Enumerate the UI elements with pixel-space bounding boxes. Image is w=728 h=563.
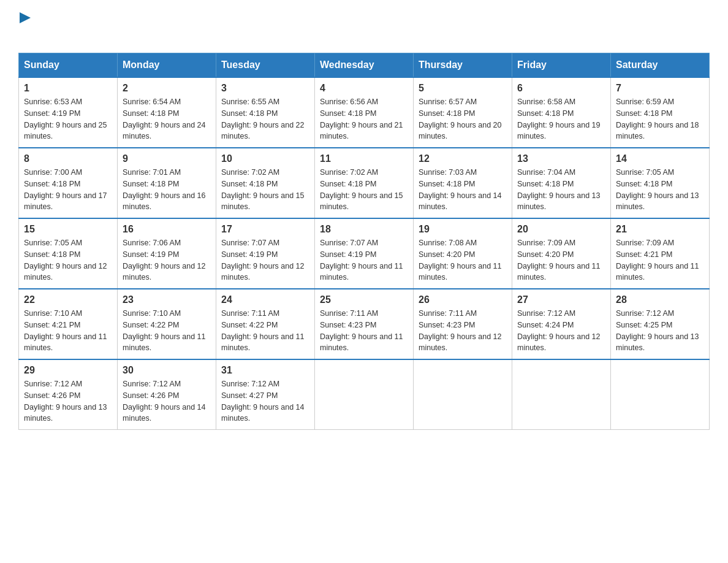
daylight-label: Daylight: 9 hours and 21 minutes. bbox=[320, 121, 403, 141]
day-info: Sunrise: 7:00 AM Sunset: 4:18 PM Dayligh… bbox=[24, 167, 112, 213]
calendar-cell: 18 Sunrise: 7:07 AM Sunset: 4:19 PM Dayl… bbox=[315, 218, 414, 289]
sunrise-label: Sunrise: 6:57 AM bbox=[419, 98, 477, 106]
weekday-header-sunday: Sunday bbox=[19, 53, 118, 78]
calendar-cell: 28 Sunrise: 7:12 AM Sunset: 4:25 PM Dayl… bbox=[611, 289, 710, 359]
sunset-label: Sunset: 4:19 PM bbox=[221, 250, 278, 259]
day-number: 18 bbox=[320, 224, 408, 235]
sunset-label: Sunset: 4:26 PM bbox=[24, 391, 80, 400]
logo bbox=[18, 12, 31, 40]
calendar-cell bbox=[611, 359, 710, 430]
daylight-label: Daylight: 9 hours and 20 minutes. bbox=[419, 121, 502, 141]
calendar-cell: 29 Sunrise: 7:12 AM Sunset: 4:26 PM Dayl… bbox=[19, 359, 118, 430]
day-info: Sunrise: 7:07 AM Sunset: 4:19 PM Dayligh… bbox=[320, 237, 408, 283]
day-info: Sunrise: 7:08 AM Sunset: 4:20 PM Dayligh… bbox=[419, 237, 507, 283]
sunset-label: Sunset: 4:19 PM bbox=[123, 250, 179, 259]
day-info: Sunrise: 7:10 AM Sunset: 4:22 PM Dayligh… bbox=[123, 308, 211, 354]
sunset-label: Sunset: 4:18 PM bbox=[24, 180, 80, 188]
page-header bbox=[18, 12, 710, 40]
day-info: Sunrise: 6:59 AM Sunset: 4:18 PM Dayligh… bbox=[616, 96, 704, 142]
daylight-label: Daylight: 9 hours and 13 minutes. bbox=[517, 191, 601, 212]
day-info: Sunrise: 7:11 AM Sunset: 4:22 PM Dayligh… bbox=[221, 308, 309, 354]
day-number: 28 bbox=[616, 294, 704, 305]
daylight-label: Daylight: 9 hours and 11 minutes. bbox=[24, 332, 107, 353]
daylight-label: Daylight: 9 hours and 11 minutes. bbox=[320, 332, 403, 353]
day-info: Sunrise: 7:12 AM Sunset: 4:26 PM Dayligh… bbox=[123, 378, 211, 424]
weekday-header-friday: Friday bbox=[512, 53, 611, 78]
sunset-label: Sunset: 4:18 PM bbox=[419, 180, 475, 188]
daylight-label: Daylight: 9 hours and 12 minutes. bbox=[517, 332, 601, 353]
sunset-label: Sunset: 4:18 PM bbox=[517, 109, 574, 118]
day-info: Sunrise: 7:11 AM Sunset: 4:23 PM Dayligh… bbox=[320, 308, 408, 354]
calendar-week-row: 1 Sunrise: 6:53 AM Sunset: 4:19 PM Dayli… bbox=[19, 77, 710, 148]
calendar-cell: 27 Sunrise: 7:12 AM Sunset: 4:24 PM Dayl… bbox=[512, 289, 611, 359]
daylight-label: Daylight: 9 hours and 14 minutes. bbox=[123, 403, 206, 423]
sunrise-label: Sunrise: 7:06 AM bbox=[123, 239, 181, 247]
day-info: Sunrise: 7:01 AM Sunset: 4:18 PM Dayligh… bbox=[123, 167, 211, 213]
daylight-label: Daylight: 9 hours and 11 minutes. bbox=[616, 262, 699, 282]
daylight-label: Daylight: 9 hours and 11 minutes. bbox=[517, 262, 601, 282]
daylight-label: Daylight: 9 hours and 13 minutes. bbox=[616, 332, 699, 353]
weekday-header-tuesday: Tuesday bbox=[216, 53, 315, 78]
day-number: 22 bbox=[24, 294, 112, 305]
sunset-label: Sunset: 4:18 PM bbox=[24, 250, 80, 259]
calendar-cell: 22 Sunrise: 7:10 AM Sunset: 4:21 PM Dayl… bbox=[19, 289, 118, 359]
sunset-label: Sunset: 4:18 PM bbox=[616, 180, 672, 188]
sunset-label: Sunset: 4:18 PM bbox=[123, 109, 179, 118]
sunset-label: Sunset: 4:18 PM bbox=[123, 180, 179, 188]
sunrise-label: Sunrise: 7:08 AM bbox=[419, 239, 477, 247]
calendar-table: SundayMondayTuesdayWednesdayThursdayFrid… bbox=[18, 53, 710, 430]
sunset-label: Sunset: 4:19 PM bbox=[24, 109, 80, 118]
day-number: 12 bbox=[419, 153, 507, 164]
daylight-label: Daylight: 9 hours and 18 minutes. bbox=[616, 121, 699, 141]
day-number: 3 bbox=[221, 83, 309, 94]
sunrise-label: Sunrise: 7:12 AM bbox=[616, 309, 674, 318]
sunset-label: Sunset: 4:18 PM bbox=[419, 109, 475, 118]
day-number: 11 bbox=[320, 153, 408, 164]
day-info: Sunrise: 6:58 AM Sunset: 4:18 PM Dayligh… bbox=[517, 96, 605, 142]
day-info: Sunrise: 7:04 AM Sunset: 4:18 PM Dayligh… bbox=[517, 167, 605, 213]
calendar-cell: 7 Sunrise: 6:59 AM Sunset: 4:18 PM Dayli… bbox=[611, 77, 710, 148]
day-number: 20 bbox=[517, 224, 605, 235]
calendar-cell: 25 Sunrise: 7:11 AM Sunset: 4:23 PM Dayl… bbox=[315, 289, 414, 359]
sunset-label: Sunset: 4:27 PM bbox=[221, 391, 278, 400]
sunset-label: Sunset: 4:20 PM bbox=[419, 250, 475, 259]
sunset-label: Sunset: 4:26 PM bbox=[123, 391, 179, 400]
daylight-label: Daylight: 9 hours and 11 minutes. bbox=[123, 332, 206, 353]
sunrise-label: Sunrise: 7:11 AM bbox=[320, 309, 378, 318]
sunrise-label: Sunrise: 6:53 AM bbox=[24, 98, 82, 106]
daylight-label: Daylight: 9 hours and 25 minutes. bbox=[24, 121, 107, 141]
sunrise-label: Sunrise: 6:55 AM bbox=[221, 98, 279, 106]
daylight-label: Daylight: 9 hours and 12 minutes. bbox=[419, 332, 502, 353]
sunrise-label: Sunrise: 7:05 AM bbox=[616, 168, 674, 177]
sunset-label: Sunset: 4:25 PM bbox=[616, 321, 672, 329]
day-info: Sunrise: 6:57 AM Sunset: 4:18 PM Dayligh… bbox=[419, 96, 507, 142]
calendar-week-row: 29 Sunrise: 7:12 AM Sunset: 4:26 PM Dayl… bbox=[19, 359, 710, 430]
calendar-cell: 30 Sunrise: 7:12 AM Sunset: 4:26 PM Dayl… bbox=[118, 359, 216, 430]
day-number: 26 bbox=[419, 294, 507, 305]
calendar-cell bbox=[315, 359, 414, 430]
sunrise-label: Sunrise: 7:11 AM bbox=[221, 309, 279, 318]
sunset-label: Sunset: 4:22 PM bbox=[123, 321, 179, 329]
calendar-cell: 13 Sunrise: 7:04 AM Sunset: 4:18 PM Dayl… bbox=[512, 148, 611, 218]
daylight-label: Daylight: 9 hours and 22 minutes. bbox=[221, 121, 305, 141]
sunset-label: Sunset: 4:23 PM bbox=[320, 321, 376, 329]
sunrise-label: Sunrise: 7:12 AM bbox=[123, 380, 181, 388]
sunrise-label: Sunrise: 7:01 AM bbox=[123, 168, 181, 177]
sunset-label: Sunset: 4:24 PM bbox=[517, 321, 574, 329]
calendar-week-row: 22 Sunrise: 7:10 AM Sunset: 4:21 PM Dayl… bbox=[19, 289, 710, 359]
day-info: Sunrise: 7:09 AM Sunset: 4:21 PM Dayligh… bbox=[616, 237, 704, 283]
day-info: Sunrise: 7:02 AM Sunset: 4:18 PM Dayligh… bbox=[221, 167, 309, 213]
weekday-header-wednesday: Wednesday bbox=[315, 53, 414, 78]
sunrise-label: Sunrise: 7:12 AM bbox=[24, 380, 82, 388]
day-info: Sunrise: 7:05 AM Sunset: 4:18 PM Dayligh… bbox=[616, 167, 704, 213]
calendar-cell: 10 Sunrise: 7:02 AM Sunset: 4:18 PM Dayl… bbox=[216, 148, 315, 218]
calendar-cell: 26 Sunrise: 7:11 AM Sunset: 4:23 PM Dayl… bbox=[414, 289, 512, 359]
day-number: 23 bbox=[123, 294, 211, 305]
calendar-header-row: SundayMondayTuesdayWednesdayThursdayFrid… bbox=[19, 53, 710, 78]
calendar-cell: 1 Sunrise: 6:53 AM Sunset: 4:19 PM Dayli… bbox=[19, 77, 118, 148]
sunset-label: Sunset: 4:18 PM bbox=[221, 109, 278, 118]
day-info: Sunrise: 6:55 AM Sunset: 4:18 PM Dayligh… bbox=[221, 96, 309, 142]
day-info: Sunrise: 7:02 AM Sunset: 4:18 PM Dayligh… bbox=[320, 167, 408, 213]
day-number: 5 bbox=[419, 83, 507, 94]
day-info: Sunrise: 6:54 AM Sunset: 4:18 PM Dayligh… bbox=[123, 96, 211, 142]
